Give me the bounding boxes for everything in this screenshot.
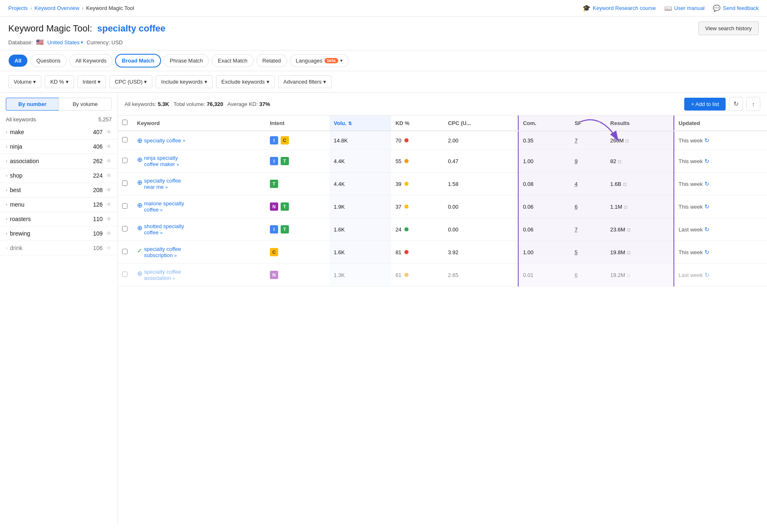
- filter-kd[interactable]: KD % ▾: [45, 75, 74, 88]
- arrows-icon[interactable]: »: [174, 253, 177, 258]
- filter-cpc[interactable]: CPC (USD) ▾: [109, 75, 152, 88]
- sidebar-item[interactable]: › drink 106 👁: [0, 241, 118, 255]
- col-keyword-header[interactable]: Keyword: [133, 116, 266, 131]
- tab-exact-match[interactable]: Exact Match: [212, 54, 254, 67]
- sidebar-item[interactable]: › menu 126 👁: [0, 197, 118, 212]
- eye-icon[interactable]: 👁: [106, 129, 112, 135]
- col-kd-header[interactable]: KD %: [391, 116, 444, 131]
- tab-all[interactable]: All: [8, 54, 28, 67]
- sidebar-item[interactable]: › roasters 110 👁: [0, 212, 118, 226]
- eye-icon[interactable]: 👁: [106, 158, 112, 164]
- filter-intent[interactable]: Intent ▾: [77, 75, 106, 88]
- plus-circle-icon[interactable]: ⊕: [137, 137, 142, 144]
- refresh-row-icon[interactable]: ↻: [704, 203, 709, 210]
- send-feedback-link[interactable]: 💬 Send feedback: [713, 5, 759, 12]
- sidebar-item[interactable]: › brewing 109 👁: [0, 226, 118, 241]
- volume-chevron-icon: ▾: [33, 79, 36, 85]
- row-kd-cell: 55: [391, 150, 444, 173]
- keyword-link[interactable]: specialty coffee: [144, 137, 181, 144]
- chevron-right-icon: ›: [6, 158, 7, 164]
- keyword-link[interactable]: shotted specialtycoffee: [144, 223, 184, 236]
- refresh-row-icon[interactable]: ↻: [704, 272, 709, 278]
- keyword-link[interactable]: malone specialtycoffee: [144, 200, 184, 213]
- add-to-list-button[interactable]: + Add to list: [684, 98, 726, 111]
- col-cpc-header[interactable]: CPC (U...: [444, 116, 518, 131]
- tab-all-keywords[interactable]: All Keywords: [69, 54, 113, 67]
- keyword-link[interactable]: ninja specialtycoffee maker: [144, 155, 178, 167]
- sidebar-item-count: 106: [93, 245, 103, 251]
- filter-exclude-keywords[interactable]: Exclude keywords ▾: [216, 75, 275, 88]
- tab-languages[interactable]: Languages beta ▾: [290, 54, 349, 67]
- sidebar-item-count: 109: [93, 230, 103, 237]
- select-all-checkbox[interactable]: [122, 120, 127, 125]
- arrows-icon[interactable]: »: [160, 230, 163, 235]
- arrows-icon[interactable]: »: [183, 138, 185, 143]
- plus-circle-icon[interactable]: ⊕: [137, 201, 142, 209]
- arrows-icon[interactable]: »: [173, 276, 175, 281]
- filter-include-keywords[interactable]: Include keywords ▾: [156, 75, 212, 88]
- plus-circle-icon[interactable]: ⊕: [137, 270, 142, 277]
- filter-advanced[interactable]: Advanced filters ▾: [278, 75, 332, 88]
- filter-volume[interactable]: Volume ▾: [8, 75, 41, 88]
- check-circle-icon[interactable]: ✓: [137, 247, 142, 255]
- eye-icon[interactable]: 👁: [106, 187, 112, 193]
- col-intent-header[interactable]: Intent: [266, 116, 329, 131]
- by-number-button[interactable]: By number: [6, 98, 59, 111]
- refresh-button[interactable]: ↻: [729, 97, 743, 111]
- row-checkbox[interactable]: [122, 272, 127, 277]
- row-intent-cell: I C: [266, 131, 329, 150]
- sidebar-item[interactable]: › shop 224 👁: [0, 169, 118, 183]
- arrows-icon[interactable]: »: [177, 162, 179, 167]
- keyword-link[interactable]: specialty coffeenear me: [144, 178, 181, 190]
- sidebar-item[interactable]: › best 208 👁: [0, 183, 118, 197]
- col-com-header[interactable]: Com.: [518, 116, 570, 131]
- eye-icon[interactable]: 👁: [106, 172, 112, 179]
- tab-questions[interactable]: Questions: [30, 54, 67, 67]
- eye-icon[interactable]: 👁: [106, 216, 112, 222]
- row-checkbox[interactable]: [122, 249, 127, 254]
- refresh-row-icon[interactable]: ↻: [704, 137, 709, 144]
- row-checkbox[interactable]: [122, 203, 127, 209]
- eye-icon[interactable]: 👁: [106, 230, 112, 237]
- col-updated-header[interactable]: Updated: [674, 116, 767, 131]
- tab-related[interactable]: Related: [256, 54, 287, 67]
- breadcrumb-keyword-overview[interactable]: Keyword Overview: [34, 5, 79, 11]
- eye-icon[interactable]: 👁: [106, 201, 112, 208]
- keyword-research-course-link[interactable]: 🎓 Keyword Research course: [582, 4, 656, 12]
- keyword-link[interactable]: specialty coffeeassociation: [144, 269, 181, 281]
- export-button[interactable]: ↑: [746, 97, 760, 111]
- row-checkbox[interactable]: [122, 181, 127, 186]
- sidebar-item[interactable]: › make 407 👁: [0, 125, 118, 140]
- country-link[interactable]: United States ▾: [47, 39, 83, 46]
- breadcrumb-projects[interactable]: Projects: [8, 5, 28, 11]
- table-row: ⊕ ninja specialtycoffee maker » I T: [118, 150, 767, 173]
- plus-circle-icon[interactable]: ⊕: [137, 224, 142, 232]
- view-search-history-button[interactable]: View search history: [698, 22, 759, 35]
- sidebar-item[interactable]: › ninja 406 👁: [0, 140, 118, 154]
- sidebar-header: All keywords 5,257: [0, 114, 118, 125]
- arrows-icon[interactable]: »: [165, 185, 168, 190]
- by-volume-button[interactable]: By volume: [59, 98, 112, 111]
- tab-broad-match[interactable]: Broad Match: [115, 54, 161, 67]
- row-checkbox[interactable]: [122, 137, 127, 142]
- refresh-row-icon[interactable]: ↻: [704, 158, 709, 164]
- col-results-header[interactable]: Results: [606, 116, 674, 131]
- arrows-icon[interactable]: »: [160, 207, 163, 212]
- eye-icon[interactable]: 👁: [106, 245, 112, 251]
- plus-circle-icon[interactable]: ⊕: [137, 156, 142, 164]
- chevron-right-icon: ›: [6, 187, 7, 193]
- refresh-row-icon[interactable]: ↻: [704, 181, 709, 187]
- row-checkbox[interactable]: [122, 158, 127, 163]
- eye-icon[interactable]: 👁: [106, 143, 112, 150]
- sidebar-item[interactable]: › association 262 👁: [0, 154, 118, 169]
- col-volume-header[interactable]: Volu. ⇅: [329, 116, 391, 131]
- user-manual-link[interactable]: 📖 User manual: [664, 5, 705, 12]
- plus-circle-icon[interactable]: ⊕: [137, 178, 142, 186]
- col-sf-header[interactable]: SF: [570, 116, 606, 131]
- row-checkbox[interactable]: [122, 226, 127, 231]
- refresh-row-icon[interactable]: ↻: [704, 249, 709, 255]
- chevron-right-icon: ›: [6, 245, 7, 251]
- refresh-row-icon[interactable]: ↻: [704, 226, 709, 233]
- row-updated-cell: This week ↻: [674, 131, 767, 150]
- tab-phrase-match[interactable]: Phrase Match: [163, 54, 209, 67]
